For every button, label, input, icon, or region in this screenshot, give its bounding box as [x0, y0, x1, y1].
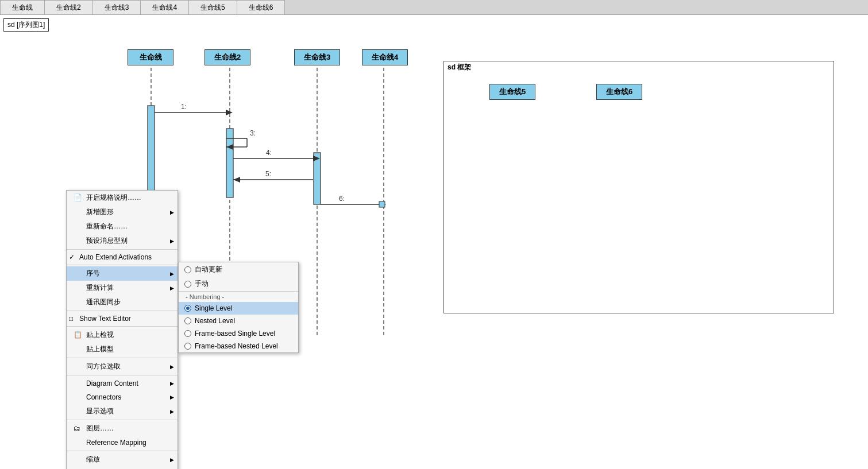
context-menu: 📄 开启规格说明…… 新增图形 重新命名…… 预设消息型别 ✓ Auto Ext…	[66, 190, 178, 469]
divider-1	[67, 249, 178, 250]
menu-item-zoom[interactable]: 缩放	[67, 452, 178, 467]
submenu-frame-single[interactable]: Frame-based Single Level	[179, 327, 298, 340]
submenu-single-level[interactable]: Single Level	[179, 302, 298, 315]
spacer-icon2	[74, 222, 83, 231]
lifeline-box-2[interactable]: 生命线2	[205, 49, 250, 65]
divider-5	[67, 358, 178, 358]
lifeline-box-5[interactable]: 生命线5	[489, 84, 535, 100]
submenu-auto-update[interactable]: 自动更新	[179, 262, 298, 277]
svg-marker-19	[233, 177, 240, 183]
tab-bar: 生命线生命线2生命线3生命线4生命线5生命线6	[0, 0, 868, 15]
divider-6	[67, 375, 178, 375]
svg-rect-5	[226, 129, 233, 197]
spacer-icon3	[74, 237, 83, 246]
menu-item-layers[interactable]: 🗂 图层……	[67, 421, 178, 436]
spacer-icon5	[74, 284, 83, 293]
menu-item-recalculate[interactable]: 重新计算	[67, 281, 178, 295]
spacer-icon6	[74, 298, 83, 307]
lifeline-box-4[interactable]: 生命线4	[362, 49, 408, 65]
svg-text:1:: 1:	[181, 103, 187, 111]
tab-1[interactable]: 生命线2	[45, 0, 93, 14]
svg-rect-4	[148, 106, 155, 200]
spacer-icon8	[74, 362, 83, 371]
spacer-icon13	[74, 455, 83, 464]
check-icon: ✓	[69, 253, 75, 261]
menu-item-connectors[interactable]: Connectors	[67, 390, 178, 404]
tab-4[interactable]: 生命线5	[189, 0, 237, 14]
svg-text:6:: 6:	[339, 195, 345, 203]
svg-rect-6	[314, 153, 321, 204]
menu-item-same-pos-select[interactable]: 同方位选取	[67, 359, 178, 374]
menu-item-sequence-no[interactable]: 序号	[67, 266, 178, 281]
sd-frame-label: sd 框架	[447, 63, 471, 72]
doc-icon: 📄	[74, 193, 83, 203]
sd-label: sd [序列图1]	[3, 18, 49, 32]
spacer-icon10	[74, 393, 83, 402]
menu-item-reference-mapping[interactable]: Reference Mapping	[67, 436, 178, 449]
divider-3	[67, 311, 178, 311]
svg-marker-13	[226, 144, 233, 150]
svg-text:4:: 4:	[266, 149, 272, 157]
svg-text:5:: 5:	[265, 170, 271, 178]
menu-item-display-options[interactable]: 显示选项	[67, 404, 178, 418]
svg-text:3:: 3:	[250, 129, 256, 137]
tab-5[interactable]: 生命线6	[237, 0, 286, 14]
divider-7	[67, 420, 178, 420]
divider-2	[67, 265, 178, 265]
paste-icon: 📋	[74, 331, 83, 340]
layers-icon: 🗂	[74, 424, 83, 433]
menu-item-preset-msg[interactable]: 预设消息型别	[67, 234, 178, 248]
spacer-icon9	[74, 379, 83, 388]
menu-item-rename[interactable]: 重新命名……	[67, 219, 178, 234]
submenu-frame-nested[interactable]: Frame-based Nested Level	[179, 340, 298, 352]
menu-item-diagram-content[interactable]: Diagram Content	[67, 377, 178, 390]
divider-8	[67, 451, 178, 451]
menu-item-auto-extend[interactable]: ✓ Auto Extend Activations	[67, 251, 178, 263]
canvas-area: sd [序列图1] 1: 3: 4: 5:	[0, 15, 868, 469]
spacer-icon11	[74, 407, 83, 416]
lifeline-box-3[interactable]: 生命线3	[294, 49, 340, 65]
spacer-icon12	[74, 438, 83, 447]
menu-item-show-text-editor[interactable]: □ Show Text Editor	[67, 312, 178, 325]
submenu-numbering-divider: - Numbering -	[179, 291, 298, 302]
divider-4	[67, 326, 178, 327]
spacer-icon7	[74, 345, 83, 354]
lifeline-box-6[interactable]: 生命线6	[596, 84, 642, 100]
submenu-nested-level[interactable]: Nested Level	[179, 315, 298, 327]
menu-item-paste-view[interactable]: 📋 贴上检视	[67, 328, 178, 342]
submenu-manual[interactable]: 手动	[179, 277, 298, 291]
spacer-icon4	[74, 269, 83, 278]
checkbox-empty-icon: □	[69, 315, 73, 323]
submenu-numbering: 自动更新 手动 - Numbering - Single Level Neste…	[178, 262, 299, 353]
svg-marker-22	[379, 201, 386, 207]
svg-marker-8	[226, 110, 233, 115]
lifeline-box-1[interactable]: 生命线	[128, 49, 173, 65]
menu-item-open-spec[interactable]: 📄 开启规格说明……	[67, 191, 178, 205]
tab-0[interactable]: 生命线	[0, 0, 45, 14]
menu-item-sync-msg[interactable]: 通讯图同步	[67, 295, 178, 309]
svg-rect-23	[379, 201, 385, 207]
tab-2[interactable]: 生命线3	[93, 0, 141, 14]
tab-3[interactable]: 生命线4	[141, 0, 189, 14]
menu-item-layout[interactable]: 布局	[67, 467, 178, 469]
spacer-icon	[74, 208, 83, 217]
menu-item-paste-model[interactable]: 贴上模型	[67, 342, 178, 356]
svg-marker-16	[313, 156, 320, 161]
menu-item-add-shape[interactable]: 新增图形	[67, 205, 178, 219]
